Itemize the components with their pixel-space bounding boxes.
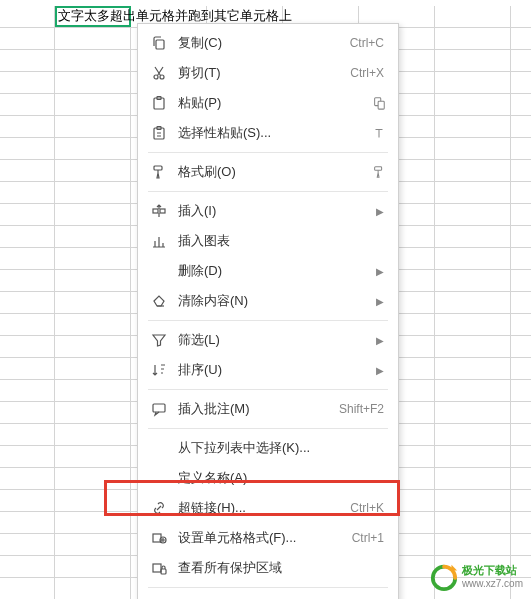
menu-copy[interactable]: 复制(C) Ctrl+C xyxy=(138,28,398,58)
menu-clear[interactable]: 清除内容(N) ▶ xyxy=(138,286,398,316)
menu-label: 剪切(T) xyxy=(170,64,350,82)
menu-insert-comment[interactable]: 插入批注(M) Shift+F2 xyxy=(138,394,398,424)
svg-rect-13 xyxy=(153,404,165,412)
menu-filter[interactable]: 筛选(L) ▶ xyxy=(138,325,398,355)
submenu-arrow-icon: ▶ xyxy=(376,365,388,376)
svg-rect-12 xyxy=(160,209,165,213)
brush-extra-icon xyxy=(370,165,388,179)
menu-divider xyxy=(148,152,388,153)
format-painter-icon xyxy=(148,164,170,180)
menu-pick-list[interactable]: 从下拉列表中选择(K)... xyxy=(138,433,398,463)
menu-format-cells[interactable]: 设置单元格格式(F)... Ctrl+1 xyxy=(138,523,398,553)
svg-rect-11 xyxy=(153,209,158,213)
sort-icon xyxy=(148,362,170,378)
menu-label: 插入批注(M) xyxy=(170,400,339,418)
insert-icon xyxy=(148,203,170,219)
cut-icon xyxy=(148,65,170,81)
menu-paste-special[interactable]: 选择性粘贴(S)... xyxy=(138,118,398,148)
chart-icon xyxy=(148,233,170,249)
menu-divider xyxy=(148,389,388,390)
menu-insert[interactable]: 插入(I) ▶ xyxy=(138,196,398,226)
menu-label: 超链接(H)... xyxy=(170,499,350,517)
menu-label: 粘贴(P) xyxy=(170,94,370,112)
submenu-arrow-icon: ▶ xyxy=(376,266,388,277)
menu-shortcut: Ctrl+K xyxy=(350,501,388,515)
submenu-arrow-icon: ▶ xyxy=(376,296,388,307)
paste-extra-icon xyxy=(370,96,388,110)
menu-shortcut: Ctrl+X xyxy=(350,66,388,80)
menu-table-tools[interactable]: 表格整理美化 xyxy=(138,592,398,599)
menu-label: 查看所有保护区域 xyxy=(170,559,388,577)
watermark-logo-icon xyxy=(430,563,458,591)
lock-icon xyxy=(148,560,170,576)
menu-label: 排序(U) xyxy=(170,361,376,379)
svg-rect-10 xyxy=(375,167,382,171)
menu-shortcut: Ctrl+1 xyxy=(352,531,388,545)
submenu-arrow-icon: ▶ xyxy=(376,206,388,217)
menu-divider xyxy=(148,587,388,588)
menu-delete[interactable]: 删除(D) ▶ xyxy=(138,256,398,286)
svg-rect-17 xyxy=(161,569,166,574)
menu-label: 插入图表 xyxy=(170,232,388,250)
paste-icon xyxy=(148,95,170,111)
menu-label: 插入(I) xyxy=(170,202,376,220)
menu-label: 筛选(L) xyxy=(170,331,376,349)
svg-rect-9 xyxy=(154,166,162,170)
menu-cut[interactable]: 剪切(T) Ctrl+X xyxy=(138,58,398,88)
menu-hyperlink[interactable]: 超链接(H)... Ctrl+K xyxy=(138,493,398,523)
comment-icon xyxy=(148,401,170,417)
menu-define-name[interactable]: 定义名称(A)... xyxy=(138,463,398,493)
svg-rect-0 xyxy=(156,40,164,49)
menu-label: 复制(C) xyxy=(170,34,350,52)
svg-rect-6 xyxy=(378,101,384,109)
watermark-name: 极光下载站 xyxy=(462,564,523,577)
menu-divider xyxy=(148,191,388,192)
menu-label: 清除内容(N) xyxy=(170,292,376,310)
svg-marker-18 xyxy=(451,565,457,571)
watermark: 极光下载站 www.xz7.com xyxy=(430,563,523,591)
paste-special-icon xyxy=(148,125,170,141)
menu-label: 定义名称(A)... xyxy=(170,469,388,487)
text-extra-icon xyxy=(370,126,388,140)
context-menu: 复制(C) Ctrl+C 剪切(T) Ctrl+X 粘贴(P) 选择性粘贴(S)… xyxy=(137,23,399,599)
svg-point-1 xyxy=(154,75,158,79)
menu-label: 格式刷(O) xyxy=(170,163,370,181)
copy-icon xyxy=(148,35,170,51)
menu-insert-chart[interactable]: 插入图表 xyxy=(138,226,398,256)
menu-format-painter[interactable]: 格式刷(O) xyxy=(138,157,398,187)
menu-sort[interactable]: 排序(U) ▶ xyxy=(138,355,398,385)
menu-view-protected[interactable]: 查看所有保护区域 xyxy=(138,553,398,583)
menu-divider xyxy=(148,320,388,321)
menu-label: 从下拉列表中选择(K)... xyxy=(170,439,388,457)
menu-shortcut: Shift+F2 xyxy=(339,402,388,416)
menu-paste[interactable]: 粘贴(P) xyxy=(138,88,398,118)
menu-label: 设置单元格格式(F)... xyxy=(170,529,352,547)
menu-label: 选择性粘贴(S)... xyxy=(170,124,370,142)
clear-icon xyxy=(148,293,170,309)
submenu-arrow-icon: ▶ xyxy=(376,335,388,346)
menu-label: 删除(D) xyxy=(170,262,376,280)
menu-divider xyxy=(148,428,388,429)
format-cells-icon xyxy=(148,530,170,546)
filter-icon xyxy=(148,332,170,348)
watermark-url: www.xz7.com xyxy=(462,578,523,590)
menu-shortcut: Ctrl+C xyxy=(350,36,388,50)
svg-rect-16 xyxy=(153,564,161,572)
hyperlink-icon xyxy=(148,500,170,516)
svg-point-2 xyxy=(160,75,164,79)
